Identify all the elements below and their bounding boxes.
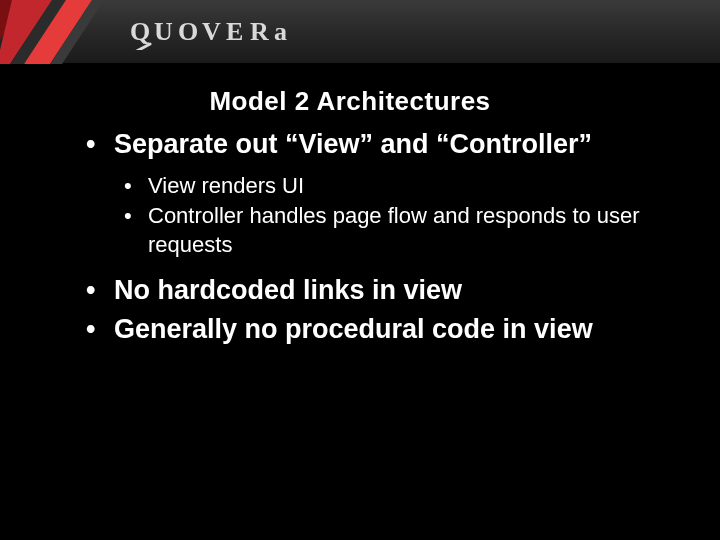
sub-bullet-text: Controller handles page flow and respond…	[148, 203, 640, 257]
svg-text:Q: Q	[130, 17, 151, 46]
bullet-item: No hardcoded links in view	[86, 274, 660, 308]
slide-title: Model 2 Architectures	[0, 86, 700, 117]
bullet-text: Generally no procedural code in view	[114, 314, 593, 344]
sub-bullet-text: View renders UI	[148, 173, 304, 198]
slide-header: Q U O V E R a	[0, 0, 720, 64]
svg-text:a: a	[274, 17, 288, 46]
svg-text:V: V	[202, 17, 222, 46]
sub-bullet-item: Controller handles page flow and respond…	[124, 202, 660, 259]
svg-text:O: O	[178, 17, 199, 46]
svg-text:R: R	[250, 17, 270, 46]
svg-text:E: E	[226, 17, 244, 46]
brand-logo: Q U O V E R a	[130, 14, 340, 50]
title-row: Model 2 Architectures	[0, 86, 720, 117]
bullet-text: No hardcoded links in view	[114, 275, 462, 305]
slide-body: Separate out “View” and “Controller” Vie…	[86, 128, 660, 353]
bullet-text: Separate out “View” and “Controller”	[114, 129, 592, 159]
header-slash-accent	[0, 0, 140, 64]
bullet-item: Separate out “View” and “Controller” Vie…	[86, 128, 660, 260]
sub-bullet-item: View renders UI	[124, 172, 660, 201]
bullet-item: Generally no procedural code in view	[86, 313, 660, 347]
svg-text:U: U	[154, 17, 174, 46]
